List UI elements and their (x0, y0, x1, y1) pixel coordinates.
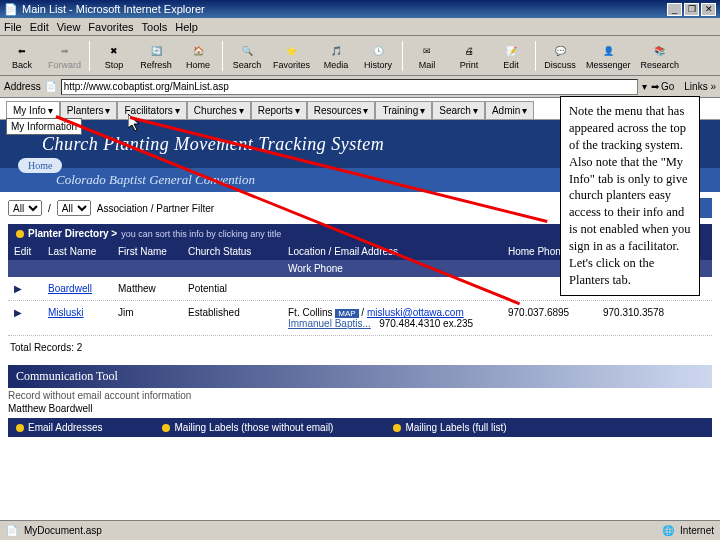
window-title: Main List - Microsoft Internet Explorer (22, 3, 205, 15)
messenger-icon: 👤 (598, 42, 618, 60)
church-link[interactable]: Immanuel Baptis... (288, 318, 371, 329)
go-button[interactable]: ➡Go (651, 81, 674, 92)
col-workphone[interactable]: Work Phone (282, 260, 502, 277)
tab-reports-label: Reports (258, 105, 293, 116)
research-label: Research (641, 60, 680, 70)
comm-opt-labels-noemail[interactable]: Mailing Labels (those without email) (162, 422, 333, 433)
refresh-button[interactable]: 🔄Refresh (136, 40, 176, 72)
chevron-down-icon: ▾ (48, 105, 53, 116)
research-icon: 📚 (650, 42, 670, 60)
menu-favorites[interactable]: Favorites (88, 21, 133, 33)
edit-button[interactable]: 📝Edit (491, 40, 531, 72)
firstname-cell: Matthew (112, 281, 182, 296)
mail-button[interactable]: ✉Mail (407, 40, 447, 72)
window-titlebar: 📄 Main List - Microsoft Internet Explore… (0, 0, 720, 18)
edit-label: Edit (503, 60, 519, 70)
col-lastname[interactable]: Last Name (42, 243, 112, 260)
tab-training-label: Training (382, 105, 418, 116)
chevron-down-icon: ▾ (522, 105, 527, 116)
tab-myinfo-label: My Info (13, 105, 46, 116)
messenger-button[interactable]: 👤Messenger (582, 40, 635, 72)
menu-edit[interactable]: Edit (30, 21, 49, 33)
tab-resources[interactable]: Resources▾ (307, 101, 376, 119)
menu-file[interactable]: File (4, 21, 22, 33)
row-arrow-icon[interactable]: ▶ (14, 283, 22, 294)
mail-label: Mail (419, 60, 436, 70)
chevron-down-icon: ▾ (175, 105, 180, 116)
home-pill-button[interactable]: Home (18, 158, 62, 173)
address-input[interactable] (61, 79, 638, 95)
stop-icon: ✖ (104, 42, 124, 60)
status-doc: MyDocument.asp (24, 525, 102, 536)
search-icon: 🔍 (237, 42, 257, 60)
address-dropdown-icon[interactable]: ▾ (642, 81, 647, 92)
lastname-link[interactable]: Misluski (48, 307, 84, 318)
tab-myinfo[interactable]: My Info▾ (6, 101, 60, 119)
menu-tools[interactable]: Tools (142, 21, 168, 33)
comm-opt-email[interactable]: Email Addresses (16, 422, 102, 433)
tab-planters-label: Planters (67, 105, 104, 116)
print-icon: 🖨 (459, 42, 479, 60)
media-button[interactable]: 🎵Media (316, 40, 356, 72)
history-label: History (364, 60, 392, 70)
tab-facilitators[interactable]: Facilitators▾ (117, 101, 186, 119)
close-button[interactable]: ✕ (701, 3, 716, 16)
refresh-icon: 🔄 (146, 42, 166, 60)
annotation-text: Note the menu that has appeared across t… (569, 104, 691, 287)
links-button[interactable]: Links » (684, 81, 716, 92)
tab-admin[interactable]: Admin▾ (485, 101, 534, 119)
tab-admin-label: Admin (492, 105, 520, 116)
email-link[interactable]: misluski@ottawa.com (367, 307, 464, 318)
col-edit[interactable]: Edit (8, 243, 42, 260)
address-bar: Address 📄 ▾ ➡Go Links » (0, 76, 720, 98)
directory-note: you can sort this info by clicking any t… (121, 229, 281, 239)
star-icon: ⭐ (282, 42, 302, 60)
tab-planters[interactable]: Planters▾ (60, 101, 118, 119)
page-icon: 📄 (45, 81, 57, 92)
chevron-down-icon: ▾ (105, 105, 110, 116)
maximize-button[interactable]: ❐ (684, 3, 699, 16)
discuss-button[interactable]: 💬Discuss (540, 40, 580, 72)
commtool-options: Email Addresses Mailing Labels (those wi… (8, 418, 712, 437)
discuss-label: Discuss (544, 60, 576, 70)
address-label: Address (4, 81, 41, 92)
menu-view[interactable]: View (57, 21, 81, 33)
menu-help[interactable]: Help (175, 21, 198, 33)
col-firstname[interactable]: First Name (112, 243, 182, 260)
lastname-link[interactable]: Boardwell (48, 283, 92, 294)
back-button[interactable]: ⬅Back (2, 40, 42, 72)
tab-reports[interactable]: Reports▾ (251, 101, 307, 119)
chevron-down-icon: ▾ (295, 105, 300, 116)
bullet-icon (393, 424, 401, 432)
tab-search-label: Search (439, 105, 471, 116)
tab-resources-label: Resources (314, 105, 362, 116)
history-button[interactable]: 🕓History (358, 40, 398, 72)
search-button[interactable]: 🔍Search (227, 40, 267, 72)
homephone-cell: 970.037.6895 (502, 305, 597, 331)
filter-select-1[interactable]: All (8, 200, 42, 216)
banner-title: Church Planting Movement Tracking System (0, 134, 384, 155)
back-label: Back (12, 60, 32, 70)
total-value: 2 (77, 342, 83, 353)
cellphone-cell: 970.310.3578 (597, 305, 672, 331)
map-icon[interactable]: MAP (335, 309, 358, 318)
filter-select-2[interactable]: All (57, 200, 91, 216)
forward-icon: ➡ (55, 42, 75, 60)
home-button[interactable]: 🏠Home (178, 40, 218, 72)
total-records: Total Records: 2 (0, 336, 720, 359)
tab-training[interactable]: Training▾ (375, 101, 432, 119)
comm-opt-labels-full[interactable]: Mailing Labels (full list) (393, 422, 506, 433)
stop-button[interactable]: ✖Stop (94, 40, 134, 72)
chevron-down-icon: ▾ (420, 105, 425, 116)
minimize-button[interactable]: _ (667, 3, 682, 16)
status-page-icon: 📄 (6, 525, 18, 536)
forward-button[interactable]: ➡Forward (44, 40, 85, 72)
col-churchstatus[interactable]: Church Status (182, 243, 282, 260)
favorites-button[interactable]: ⭐Favorites (269, 40, 314, 72)
tab-search[interactable]: Search▾ (432, 101, 485, 119)
tab-churches[interactable]: Churches▾ (187, 101, 251, 119)
research-button[interactable]: 📚Research (637, 40, 684, 72)
row-arrow-icon[interactable]: ▶ (14, 307, 22, 318)
forward-label: Forward (48, 60, 81, 70)
print-button[interactable]: 🖨Print (449, 40, 489, 72)
